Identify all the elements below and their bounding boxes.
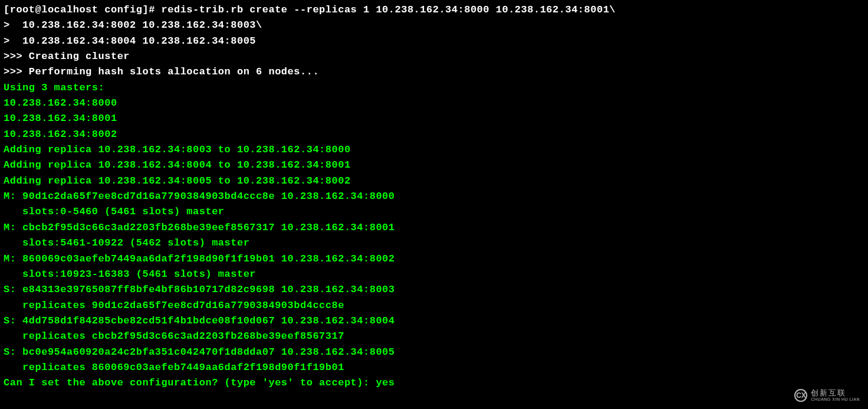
add-replica-1: Adding replica 10.238.162.34:8003 to 10.… xyxy=(4,142,864,158)
slave-node-1-replicates: replicates 90d1c2da65f7ee8cd7d16a7790384… xyxy=(4,298,864,313)
master-node-3-id: M: 860069c03aefeb7449aa6daf2f198d90f1f19… xyxy=(4,251,864,267)
master-node-3-slots: slots:10923-16383 (5461 slots) master xyxy=(4,267,864,282)
watermark-icon: CX xyxy=(794,389,807,402)
slave-node-2-id: S: 4dd758d1f84285cbe82cd51f4b1bdce08f10d… xyxy=(4,313,864,329)
command-line-3: > 10.238.162.34:8004 10.238.162.34:8005 xyxy=(4,34,864,49)
watermark-logo: CX 创新互联 CHUANG XIN HU LIAN xyxy=(794,389,860,402)
master-node-1-slots: slots:0-5460 (5461 slots) master xyxy=(4,204,864,220)
status-creating: >>> Creating cluster xyxy=(4,49,864,64)
using-masters-label: Using 3 masters: xyxy=(4,80,864,96)
terminal-output[interactable]: [root@localhost config]# redis-trib.rb c… xyxy=(4,2,864,391)
confirm-prompt: Can I set the above configuration? (type… xyxy=(4,375,864,391)
watermark-text-bottom: CHUANG XIN HU LIAN xyxy=(811,397,860,402)
add-replica-3: Adding replica 10.238.162.34:8005 to 10.… xyxy=(4,174,864,189)
master-address-2: 10.238.162.34:8001 xyxy=(4,111,864,126)
slave-node-2-replicates: replicates cbcb2f95d3c66c3ad2203fb268be3… xyxy=(4,329,864,344)
slave-node-3-id: S: bc0e954a60920a24c2bfa351c042470f1d8dd… xyxy=(4,345,864,360)
master-node-2-slots: slots:5461-10922 (5462 slots) master xyxy=(4,235,864,251)
status-performing: >>> Performing hash slots allocation on … xyxy=(4,64,864,80)
master-node-1-id: M: 90d1c2da65f7ee8cd7d16a7790384903bd4cc… xyxy=(4,189,864,204)
watermark-text: 创新互联 CHUANG XIN HU LIAN xyxy=(811,389,860,402)
slave-node-3-replicates: replicates 860069c03aefeb7449aa6daf2f198… xyxy=(4,360,864,375)
watermark-text-top: 创新互联 xyxy=(811,389,860,397)
master-address-1: 10.238.162.34:8000 xyxy=(4,96,864,111)
command-line-1: [root@localhost config]# redis-trib.rb c… xyxy=(4,2,864,18)
add-replica-2: Adding replica 10.238.162.34:8004 to 10.… xyxy=(4,158,864,173)
master-node-2-id: M: cbcb2f95d3c66c3ad2203fb268be39eef8567… xyxy=(4,220,864,235)
master-address-3: 10.238.162.34:8002 xyxy=(4,127,864,142)
command-line-2: > 10.238.162.34:8002 10.238.162.34:8003\ xyxy=(4,18,864,33)
slave-node-1-id: S: e84313e39765087ff8bfe4bf86b10717d82c9… xyxy=(4,282,864,297)
